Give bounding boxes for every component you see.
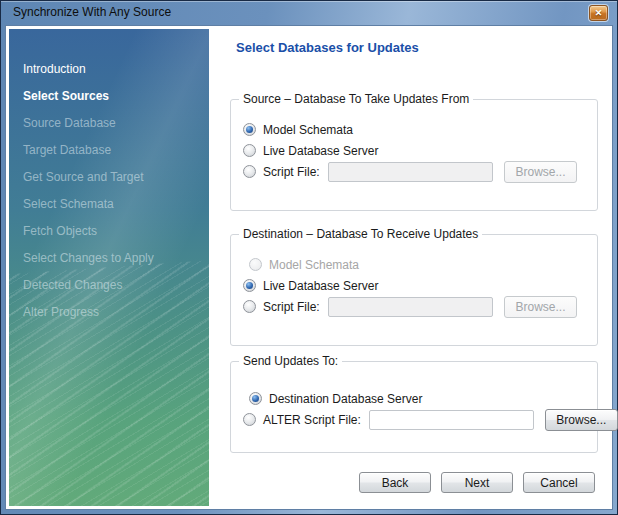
wizard-step-list: Introduction Select Sources Source Datab… xyxy=(9,29,209,326)
radio-icon[interactable] xyxy=(243,413,256,426)
radio-icon[interactable] xyxy=(243,144,256,157)
next-button[interactable]: Next xyxy=(441,472,513,493)
sidebar-item-detected-changes: Detected Changes xyxy=(9,272,209,299)
radio-icon[interactable] xyxy=(243,165,256,178)
radio-icon[interactable] xyxy=(243,123,256,136)
destination-script-file-input xyxy=(328,297,493,317)
cancel-button[interactable]: Cancel xyxy=(523,472,595,493)
source-script-file-input xyxy=(328,162,493,182)
group-send-updates-to: Send Updates To: Destination Database Se… xyxy=(230,361,598,453)
dialog-content: Introduction Select Sources Source Datab… xyxy=(5,25,613,510)
radio-icon[interactable] xyxy=(243,300,256,313)
close-icon: ✕ xyxy=(595,8,603,18)
sidebar-item-get-source-and-target: Get Source and Target xyxy=(9,164,209,191)
radio-label: ALTER Script File: xyxy=(263,413,361,427)
page-title: Select Databases for Updates xyxy=(236,40,419,55)
wizard-steps-sidebar: Introduction Select Sources Source Datab… xyxy=(9,29,209,506)
radio-label: Script File: xyxy=(263,165,320,179)
radio-label: Live Database Server xyxy=(263,144,378,158)
sidebar-item-target-database: Target Database xyxy=(9,137,209,164)
radio-label: Live Database Server xyxy=(263,279,378,293)
radio-icon xyxy=(249,258,262,271)
group-send-updates-legend: Send Updates To: xyxy=(239,354,342,368)
option-destination-model-schemata: Model Schemata xyxy=(231,254,597,275)
option-source-live-database-server[interactable]: Live Database Server xyxy=(231,140,597,161)
main-panel: Select Databases for Updates Source – Da… xyxy=(209,26,610,509)
title-bar[interactable]: Synchronize With Any Source ✕ xyxy=(1,1,617,24)
dialog-window: Synchronize With Any Source ✕ Introducti… xyxy=(0,0,618,515)
radio-label: Model Schemata xyxy=(269,258,359,272)
group-destination: Destination – Database To Receive Update… xyxy=(230,234,598,346)
option-destination-script-file[interactable]: Script File: Browse... xyxy=(231,296,597,317)
sidebar-item-introduction[interactable]: Introduction xyxy=(9,56,209,83)
radio-label: Destination Database Server xyxy=(269,392,422,406)
option-source-script-file[interactable]: Script File: Browse... xyxy=(231,161,597,182)
destination-browse-button: Browse... xyxy=(504,296,577,318)
sidebar-item-select-schemata: Select Schemata xyxy=(9,191,209,218)
group-source: Source – Database To Take Updates From M… xyxy=(230,99,598,211)
sidebar-item-fetch-objects: Fetch Objects xyxy=(9,218,209,245)
option-send-destination-database-server[interactable]: Destination Database Server xyxy=(231,388,597,409)
option-destination-live-database-server[interactable]: Live Database Server xyxy=(231,275,597,296)
group-source-legend: Source – Database To Take Updates From xyxy=(239,92,473,106)
sidebar-item-alter-progress: Alter Progress xyxy=(9,299,209,326)
option-source-model-schemata[interactable]: Model Schemata xyxy=(231,119,597,140)
sidebar-item-select-sources[interactable]: Select Sources xyxy=(9,83,209,110)
radio-label: Model Schemata xyxy=(263,123,353,137)
option-send-alter-script-file[interactable]: ALTER Script File: Browse... xyxy=(231,409,597,430)
radio-icon[interactable] xyxy=(249,392,262,405)
radio-icon[interactable] xyxy=(243,279,256,292)
window-title: Synchronize With Any Source xyxy=(13,1,171,24)
radio-label: Script File: xyxy=(263,300,320,314)
alter-script-browse-button[interactable]: Browse... xyxy=(545,409,618,431)
source-browse-button: Browse... xyxy=(504,161,577,183)
group-destination-legend: Destination – Database To Receive Update… xyxy=(239,227,482,241)
back-button[interactable]: Back xyxy=(359,472,431,493)
alter-script-file-input[interactable] xyxy=(369,410,534,430)
sidebar-item-select-changes-to-apply: Select Changes to Apply xyxy=(9,245,209,272)
sidebar-item-source-database: Source Database xyxy=(9,110,209,137)
wizard-footer: Back Next Cancel xyxy=(359,472,595,493)
close-button[interactable]: ✕ xyxy=(589,5,608,21)
